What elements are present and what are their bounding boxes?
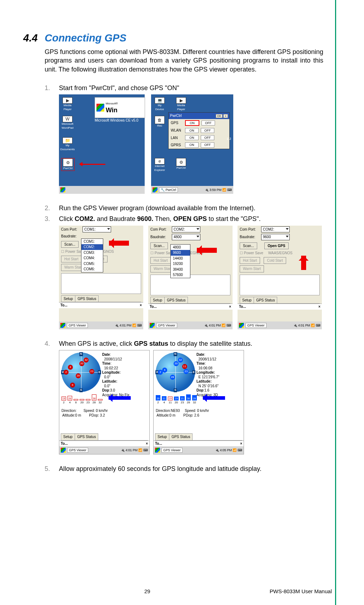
gps-info: Direction: Speed: 0 km/hr Altitude:0 m P… <box>61 408 147 418</box>
close-button[interactable]: × <box>229 304 231 309</box>
hotstart-button[interactable]: Hot Start <box>240 257 260 264</box>
gpsviewer-open-screenshot: Com Port:COM2: Baudrate:9600 Scan...Open… <box>238 226 322 329</box>
sat-icon: 28 <box>170 375 175 380</box>
pwrctrl-icon: ⚙PwrCtrl <box>175 158 188 170</box>
gps-off-button[interactable]: OFF <box>201 120 215 126</box>
step-num: 4. <box>45 339 59 348</box>
taskbar-app: GPS Viewer <box>67 323 88 328</box>
comport-select[interactable]: COM1: <box>83 226 111 233</box>
step-text: Click COM2. and Baudrate 9600. Then, OPE… <box>59 215 323 223</box>
output-area <box>150 275 230 295</box>
to-menu[interactable]: To... <box>155 441 162 446</box>
gprs-off-button[interactable]: OFF <box>201 142 214 147</box>
taskbar-clock: 🔌 3:59 PM 📶 ⌨ <box>205 188 232 192</box>
step-num: 3. <box>45 215 59 223</box>
comport-select[interactable]: COM2: <box>261 226 290 233</box>
step-4: 4. When GPS is active, click GPS status … <box>45 339 323 348</box>
close-button[interactable]: × <box>318 304 320 309</box>
warmstart-button[interactable]: Warm Start <box>240 265 264 272</box>
sat-icon: 2 <box>64 370 69 375</box>
step-1: 1. Start from "PwrCtrl", and chose GPS "… <box>45 84 323 92</box>
red-arrow-icon <box>109 241 129 246</box>
open-gps-button[interactable]: Open GPS <box>264 242 288 250</box>
close-button[interactable]: × <box>240 441 242 446</box>
wlan-on-button[interactable]: ON <box>185 128 199 133</box>
start-icon <box>60 187 65 192</box>
sat-icon: 4 <box>68 365 73 370</box>
taskbar: GPS Viewer🔌 4:01 PM 📶 ⌨ <box>59 321 143 329</box>
baudrate-select[interactable]: 9600 <box>261 234 290 240</box>
to-menu[interactable]: To... <box>60 303 68 308</box>
wlan-off-button[interactable]: OFF <box>201 128 214 133</box>
lan-on-button[interactable]: ON <box>185 135 199 140</box>
gps-on-button[interactable]: ON <box>185 120 199 126</box>
gps-info: Direction:NE93 Speed: 0 km/hr Altitude:0… <box>156 408 241 418</box>
baudrate-select[interactable]: 4800 <box>172 234 200 240</box>
start-icon <box>60 323 65 328</box>
windows-logo-banner: Microsoft®Win <box>95 97 145 118</box>
taskbar-app: GPS Viewer <box>245 323 266 328</box>
scan-button[interactable]: Scan... <box>150 242 168 250</box>
taskbar: 🔧 PwrCtrl 🔌 3:59 PM 📶 ⌨ <box>151 186 233 194</box>
gpsviewer-com-screenshot: Com Port:COM1: Baudrate: COM1:COM2:COM3:… <box>59 226 143 329</box>
ok-button[interactable]: OK <box>216 114 223 118</box>
pwrctrl-dialog-screenshot: 💻My Device ▶Media Player 🗑Rec eInternet … <box>151 94 233 194</box>
setup-tab[interactable]: Setup <box>61 433 75 440</box>
sat-icon: 32 <box>178 358 183 363</box>
recycle-icon: 🗑Rec <box>153 116 166 128</box>
taskbar-app: GPS Viewer <box>67 448 88 453</box>
start-icon <box>61 448 66 453</box>
gps-row: GPSONOFF <box>169 119 229 127</box>
coldstart-button[interactable]: Cold Start <box>264 257 286 264</box>
lan-row: LANONOFF <box>169 134 229 141</box>
sat-icon: 20 <box>79 361 84 366</box>
close-button[interactable]: × <box>140 303 142 308</box>
gps-readout: Date: 2008/11/12 Time: 16:06:08 Longitud… <box>196 353 242 397</box>
setup-tab[interactable]: Setup <box>240 297 254 304</box>
taskbar-clock: 🔌 4:05 PM 📶 ⌨ <box>215 448 242 452</box>
step-5: 5. Allow approximately 60 seconds for GP… <box>45 464 323 473</box>
lan-off-button[interactable]: OFF <box>201 135 214 140</box>
to-menu[interactable]: To... <box>150 304 157 309</box>
scan-button[interactable]: Scan... <box>61 241 79 248</box>
section-number: 4.4 <box>23 32 45 44</box>
comport-dropdown[interactable]: COM1:COM2:COM3:COM4:COM5:COM6: <box>81 238 103 272</box>
dialog-title: PwrCtrl <box>170 113 182 118</box>
hotstart-button[interactable]: Hot Start <box>61 256 81 263</box>
setup-tab[interactable]: Setup <box>150 297 165 304</box>
setup-tab[interactable]: Setup <box>61 295 75 302</box>
desktop-screenshot: ▶Media Player WMicrosoft WordPad 📁My Doc… <box>59 94 145 194</box>
hotstart-button[interactable]: Hot Start <box>150 257 171 264</box>
decorative-text: 1 2 <box>226 137 231 141</box>
windows-ce-caption: Microsoft Windows CE v5.0 <box>95 118 138 123</box>
step-text: Start from "PwrCtrl", and chose GPS "ON" <box>59 84 323 92</box>
gpsstatus-tab[interactable]: GPS Status <box>169 433 193 440</box>
sat-icon: 32 <box>84 358 89 363</box>
sat-icon: 2 <box>158 370 163 375</box>
satellite-globe: N S W E 32 20 4 2 23 28 8 <box>61 353 101 392</box>
dialog-titlebar: PwrCtrl OK× <box>169 113 229 119</box>
taskbar-app: GPS Viewer <box>156 323 177 328</box>
taskbar-clock: 🔌 4:01 PM 📶 ⌨ <box>121 448 148 452</box>
taskbar-clock: 🔌 4:01 PM 📶 ⌨ <box>204 323 231 328</box>
step-num: 2. <box>45 204 59 212</box>
taskbar: GPS Viewer🔌 4:01 PM 📶 ⌨ <box>238 321 322 329</box>
step-num: 1. <box>45 84 59 92</box>
close-button[interactable]: × <box>146 441 148 446</box>
baudrate-dropdown[interactable]: 4800960014400192003840057600 <box>170 244 190 278</box>
gprs-on-button[interactable]: ON <box>185 142 199 147</box>
gpsstatus-tab[interactable]: GPS Status <box>164 297 188 304</box>
scan-button[interactable]: Scan... <box>240 242 257 250</box>
gpsstatus-tab[interactable]: GPS Status <box>75 433 98 440</box>
to-menu[interactable]: To... <box>239 304 246 309</box>
gpsstatus-tab[interactable]: GPS Status <box>75 295 99 302</box>
screenshot-group-2: Com Port:COM1: Baudrate: COM1:COM2:COM3:… <box>59 226 323 329</box>
comport-select[interactable]: COM2: <box>172 226 200 233</box>
start-icon <box>155 448 160 453</box>
to-menu[interactable]: To... <box>61 441 68 446</box>
start-icon <box>153 187 158 192</box>
taskbar: GPS Viewer🔌 4:01 PM 📶 ⌨ <box>148 321 233 329</box>
gpsstatus-tab[interactable]: GPS Status <box>254 297 277 304</box>
setup-tab[interactable]: Setup <box>155 433 169 440</box>
close-button[interactable]: × <box>223 114 228 118</box>
